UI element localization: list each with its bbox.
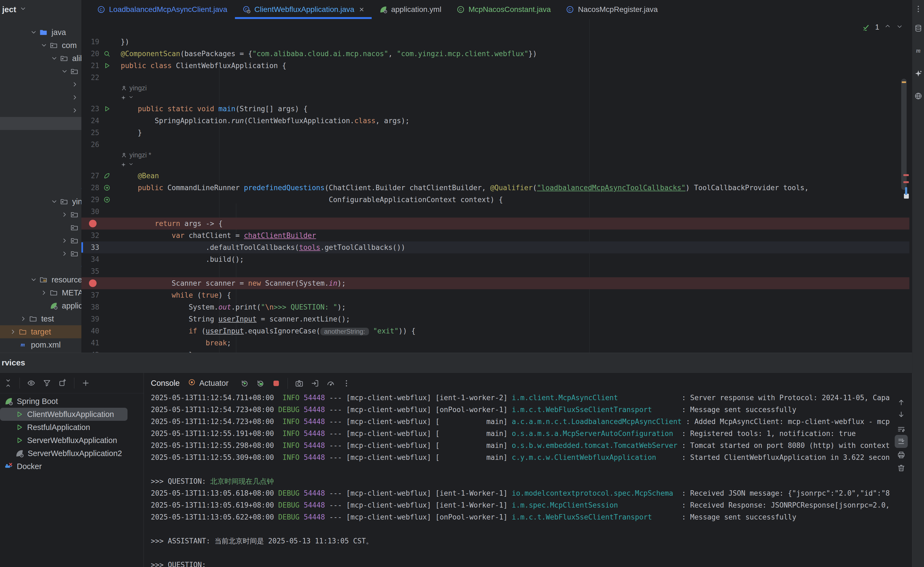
code-line-31[interactable]: return args -> { bbox=[81, 218, 909, 230]
service-item-clientwebfluxapplication[interactable]: ClientWebfluxApplication bbox=[0, 408, 128, 421]
console-line[interactable] bbox=[151, 547, 891, 559]
code-text[interactable]: SpringApplication.run(ClientWebfluxAppli… bbox=[121, 115, 410, 127]
chevron-down-icon[interactable] bbox=[128, 161, 134, 168]
chevron-right-icon[interactable] bbox=[70, 107, 80, 114]
tree-item[interactable] bbox=[0, 104, 81, 117]
console-line[interactable]: 2025-05-13T11:12:55.309+08:00 INFO 54448… bbox=[151, 452, 891, 464]
code-text[interactable]: String userInput = scanner.nextLine(); bbox=[121, 313, 350, 325]
code-line-35[interactable]: 35 bbox=[81, 266, 909, 277]
line-number[interactable]: 34 bbox=[81, 255, 99, 263]
chevron-right-icon[interactable] bbox=[60, 211, 69, 218]
code-line-27[interactable]: 27 @Bean bbox=[81, 170, 909, 182]
console-output[interactable]: 2025-05-13T11:12:54.711+08:00 INFO 54448… bbox=[144, 394, 891, 567]
code-text[interactable]: var chatClient = chatClientBuilder bbox=[121, 230, 316, 242]
line-number[interactable]: 37 bbox=[81, 291, 99, 299]
tree-item[interactable] bbox=[0, 91, 81, 104]
printer-icon[interactable] bbox=[897, 451, 906, 459]
gauge-icon[interactable] bbox=[326, 379, 335, 388]
tree-item[interactable] bbox=[0, 169, 81, 182]
tree-item-target[interactable]: target bbox=[0, 325, 81, 338]
code-text[interactable]: .defaultToolCallbacks(tools.getToolCallb… bbox=[121, 242, 405, 254]
tree-item-pom.xml[interactable]: mpom.xml bbox=[0, 338, 81, 351]
tab-actuator[interactable]: Actuator bbox=[188, 378, 228, 388]
next-issue-icon[interactable] bbox=[896, 23, 903, 32]
camera-icon[interactable] bbox=[295, 379, 304, 388]
line-number[interactable]: 30 bbox=[81, 207, 99, 216]
tree-item-test[interactable]: test bbox=[0, 312, 81, 325]
tree-item-com[interactable]: com bbox=[0, 39, 81, 52]
code-text[interactable]: public CommandLineRunner predefinedQuest… bbox=[121, 182, 809, 194]
close-icon[interactable]: × bbox=[359, 5, 364, 14]
editor-tab[interactable]: CLoadbalancedMcpAsyncClient.java bbox=[90, 0, 235, 19]
tree-item[interactable] bbox=[0, 78, 81, 91]
trash-icon[interactable] bbox=[897, 464, 906, 472]
chevron-down-icon[interactable] bbox=[128, 94, 134, 101]
line-number[interactable]: 28 bbox=[81, 184, 99, 192]
check1-icon[interactable] bbox=[862, 23, 870, 32]
service-item-spring-boot[interactable]: Spring Boot bbox=[0, 395, 144, 408]
console-line[interactable] bbox=[151, 523, 891, 535]
tree-item[interactable] bbox=[0, 156, 81, 169]
line-number[interactable]: 41 bbox=[81, 339, 99, 347]
exit-icon[interactable] bbox=[310, 379, 319, 388]
line-number[interactable]: 40 bbox=[81, 327, 99, 335]
line-number[interactable]: 33 bbox=[81, 243, 99, 252]
code-line-28[interactable]: 28 public CommandLineRunner predefinedQu… bbox=[81, 182, 909, 194]
console-line[interactable]: 2025-05-13T11:13:05.618+08:00 DEBUG 5444… bbox=[151, 487, 891, 499]
code-text[interactable]: @ComponentScan(basePackages = {"com.alib… bbox=[121, 48, 537, 60]
funnel-icon[interactable] bbox=[43, 379, 51, 387]
breakpoint-icon[interactable] bbox=[89, 220, 97, 227]
project-panel-header[interactable]: ject bbox=[0, 0, 81, 19]
code-text[interactable]: public static void main(String[] args) { bbox=[121, 103, 308, 115]
tree-item[interactable] bbox=[0, 208, 81, 221]
code-line-21[interactable]: 21public class ClientWebfluxApplication … bbox=[81, 60, 909, 72]
run-icon[interactable] bbox=[103, 105, 111, 112]
code-text[interactable]: while (true) { bbox=[121, 289, 231, 301]
rerun-icon[interactable] bbox=[240, 379, 249, 388]
code-line-39[interactable]: 39 String userInput = scanner.nextLine()… bbox=[81, 313, 909, 325]
console-line[interactable]: 2025-05-13T11:12:55.191+08:00 INFO 54448… bbox=[151, 428, 891, 440]
code-text[interactable]: if (userInput.equalsIgnoreCase(anotherSt… bbox=[121, 325, 416, 337]
tree-item[interactable] bbox=[0, 221, 81, 234]
tree-item-alib[interactable]: alib bbox=[0, 52, 81, 65]
line-number[interactable]: 23 bbox=[81, 105, 99, 113]
bean-icon[interactable] bbox=[103, 172, 111, 180]
line-number[interactable]: 38 bbox=[81, 303, 99, 311]
tree-item[interactable] bbox=[0, 143, 81, 156]
run-icon[interactable] bbox=[103, 62, 111, 69]
code-line-26[interactable]: 26 bbox=[81, 139, 909, 151]
console-line[interactable]: 2025-05-13T11:12:55.298+08:00 INFO 54448… bbox=[151, 440, 891, 452]
kebab-icon[interactable] bbox=[914, 4, 922, 13]
chevron-right-icon[interactable] bbox=[60, 237, 69, 244]
console-line[interactable] bbox=[151, 464, 891, 475]
line-number[interactable]: 19 bbox=[81, 38, 99, 46]
plus-icon[interactable] bbox=[81, 379, 90, 387]
maven-stripe-icon[interactable]: m bbox=[914, 46, 922, 55]
code-editor[interactable]: 19})20@ComponentScan(basePackages = {"co… bbox=[81, 19, 909, 352]
editor-tab[interactable]: application.yml bbox=[372, 0, 449, 19]
line-number[interactable]: 25 bbox=[81, 129, 99, 137]
console-line[interactable]: 2025-05-13T11:13:05.619+08:00 DEBUG 5444… bbox=[151, 499, 891, 511]
console-line[interactable]: 2025-05-13T11:12:54.723+08:00 DEBUG 5444… bbox=[151, 404, 891, 416]
globe-icon[interactable] bbox=[914, 92, 922, 100]
ai-actions-inlay[interactable] bbox=[81, 159, 909, 170]
chevron-down-icon[interactable] bbox=[39, 42, 49, 49]
tree-item[interactable] bbox=[0, 117, 81, 130]
code-text[interactable]: Scanner scanner = new Scanner(System.in)… bbox=[121, 277, 346, 289]
code-line-25[interactable]: 25 } bbox=[81, 127, 909, 139]
code-text[interactable]: } bbox=[121, 349, 193, 352]
ai-sparkle-icon[interactable] bbox=[914, 69, 922, 78]
inspections-widget[interactable]: 1 bbox=[862, 23, 903, 32]
code-line-38[interactable]: 38 System.out.print("\n>>> QUESTION: "); bbox=[81, 301, 909, 313]
chevron-right-icon[interactable] bbox=[8, 328, 18, 335]
softwrap-icon[interactable] bbox=[897, 425, 906, 434]
line-number[interactable]: 22 bbox=[81, 74, 99, 82]
rerun-debug-icon[interactable] bbox=[256, 379, 265, 388]
arrow-up-icon[interactable] bbox=[897, 398, 906, 406]
code-text[interactable]: @Bean bbox=[121, 170, 159, 182]
code-line-20[interactable]: 20@ComponentScan(basePackages = {"com.al… bbox=[81, 48, 909, 60]
code-author-inlay[interactable]: yingzi bbox=[81, 84, 909, 93]
code-text[interactable]: System.out.print("\n>>> QUESTION: "); bbox=[121, 301, 346, 313]
beanarrow-icon[interactable] bbox=[103, 184, 111, 192]
code-text[interactable]: break; bbox=[121, 337, 231, 349]
